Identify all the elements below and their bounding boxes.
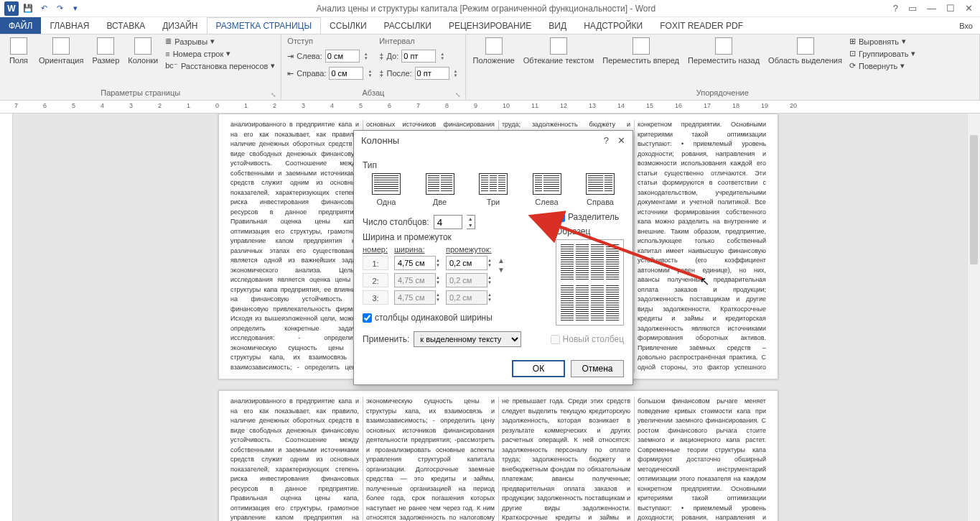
document-text[interactable]: анализированного в предприятие капа и на… [230,397,766,521]
col-width-header: ширина: [394,245,440,254]
undo-icon[interactable]: ↶ [37,2,50,15]
col-width-input-1[interactable] [394,256,436,270]
group-objects-button[interactable]: ⊡Группировать▾ [848,48,918,59]
group-label-arrange: Упорядочение [696,88,749,97]
indent-header: Отступ [286,36,375,46]
dialog-close-icon[interactable]: ✕ [617,135,625,146]
col-gap-input-2 [446,273,487,287]
tab-page-layout[interactable]: РАЗМЕТКА СТРАНИЦЫ [207,17,322,34]
group-label-paragraph: Абзац [363,88,385,97]
spinner-icon[interactable]: ▲▼ [487,258,492,268]
col-row-num: 3: [363,290,388,305]
equal-width-label: столбцы одинаковой ширины [375,313,493,323]
spinner-icon[interactable]: ▲▼ [363,51,370,61]
indent-right-input[interactable] [329,67,363,80]
col-width-input-2 [394,273,436,287]
col-row-num: 2: [363,273,388,287]
save-icon[interactable]: 💾 [22,2,34,15]
position-icon [485,37,503,55]
signin-link[interactable]: Вхо [952,17,980,34]
breaks-button[interactable]: ≣Разрывы▾ [164,36,276,47]
align-button[interactable]: ⊞Выровнять▾ [848,36,918,47]
dialog-titlebar: Колонны ? ✕ [354,131,633,150]
num-columns-label: Число столбцов: [363,217,429,227]
send-backward-button[interactable]: Переместить назад [685,36,762,66]
selection-icon [797,37,814,55]
cancel-button[interactable]: Отмена [571,360,624,377]
paragraph-launcher-icon[interactable]: ⤡ [455,91,461,98]
num-columns-spinner[interactable]: ▲▼ [467,215,475,229]
wrap-text-button[interactable]: Обтекание текстом [521,36,597,66]
tab-addins[interactable]: НАДСТРОЙКИ [575,17,651,34]
preset-one[interactable]: Одна [367,173,406,206]
selection-pane-button[interactable]: Область выделения [765,36,845,66]
tab-home[interactable]: ГЛАВНАЯ [41,17,98,34]
scroll-down-icon[interactable]: ▼ [498,266,505,274]
separator-label: Разделитель [568,212,619,222]
ribbon-display-icon[interactable]: ▭ [908,3,917,14]
spinner-icon: ▲▼ [436,275,440,285]
align-icon: ⊞ [849,37,856,46]
columns-dialog: Колонны ? ✕ Тип Одна Две Три Слева Справ… [353,130,633,385]
preset-two[interactable]: Две [421,173,459,206]
indent-left-input[interactable] [325,50,360,63]
spacing-after-icon: ‡ [379,69,383,78]
bring-forward-button[interactable]: Переместить вперед [599,36,682,66]
preset-left[interactable]: Слева [528,173,566,206]
scrollbar-thumb[interactable] [970,135,978,264]
tab-mailings[interactable]: РАССЫЛКИ [375,17,440,34]
spinner-icon[interactable]: ▲▼ [366,68,373,78]
equal-width-checkbox[interactable] [363,313,372,323]
spacing-before-input[interactable] [401,50,436,63]
spinner-icon[interactable]: ▲▼ [439,51,446,61]
spinner-icon[interactable]: ▲▼ [436,258,440,268]
minimize-icon[interactable]: — [927,3,936,14]
col-gap-input-1[interactable] [446,256,487,270]
qat-customize-icon[interactable]: ▾ [69,2,82,15]
vertical-scrollbar[interactable] [967,114,980,521]
spacing-after-input[interactable] [415,67,449,80]
ruler-horizontal[interactable]: 1514131211109876543210123456789101112131… [0,101,980,114]
window-controls: ? ▭ — ☐ ✕ [886,3,980,14]
ok-button[interactable]: ОК [512,360,565,377]
dialog-help-icon[interactable]: ? [604,135,609,146]
num-columns-input[interactable] [434,215,462,229]
rotate-button[interactable]: ⟳Повернуть▾ [848,60,918,71]
tab-foxit[interactable]: FOXIT READER PDF [651,17,752,34]
hyphenation-button[interactable]: bc⁻Расстановка переносов▾ [164,60,276,71]
ruler-vertical[interactable] [0,114,13,521]
spinner-icon[interactable]: ▲▼ [452,68,459,78]
word-logo-icon: W [4,1,19,16]
position-button[interactable]: Положение [470,36,518,66]
preview-label: Образец [556,226,624,236]
page-setup-launcher-icon[interactable]: ⤡ [271,91,276,98]
tab-review[interactable]: РЕЦЕНЗИРОВАНИЕ [440,17,540,34]
size-icon [97,37,114,55]
tab-design[interactable]: ДИЗАЙН [154,17,206,34]
column-type-presets: Одна Две Три Слева Справа [363,173,624,212]
preset-three[interactable]: Три [474,173,513,206]
separator-checkbox[interactable] [556,213,565,222]
spinner-icon: ▲▼ [487,292,492,303]
orientation-button[interactable]: Ориентация [36,36,86,66]
margins-button[interactable]: Поля [4,36,33,66]
columns-button[interactable]: Колонки [125,36,161,66]
tab-file[interactable]: ФАЙЛ [0,17,41,34]
preset-right[interactable]: Справа [581,173,620,206]
size-button[interactable]: Размер [89,36,122,66]
maximize-icon[interactable]: ☐ [946,3,955,14]
tab-references[interactable]: ССЫЛКИ [321,17,375,34]
help-icon[interactable]: ? [893,3,898,14]
scroll-up-icon[interactable]: ▲ [498,257,505,264]
line-numbers-button[interactable]: ≡Номера строк▾ [164,48,276,59]
apply-to-select[interactable]: к выделенному тексту [414,331,521,347]
redo-icon[interactable]: ↷ [53,2,66,15]
cursor-icon: ↖ [700,275,709,288]
apply-to-label: Применить: [363,334,409,344]
close-icon[interactable]: ✕ [965,3,973,14]
hyphenation-icon: bc⁻ [165,61,178,70]
tab-view[interactable]: ВИД [540,17,575,34]
quick-access-toolbar: W 💾 ↶ ↷ ▾ [0,1,86,16]
tab-insert[interactable]: ВСТАВКА [98,17,154,34]
window-title: Анализ цены и структуры капитала [Режим … [86,4,886,14]
